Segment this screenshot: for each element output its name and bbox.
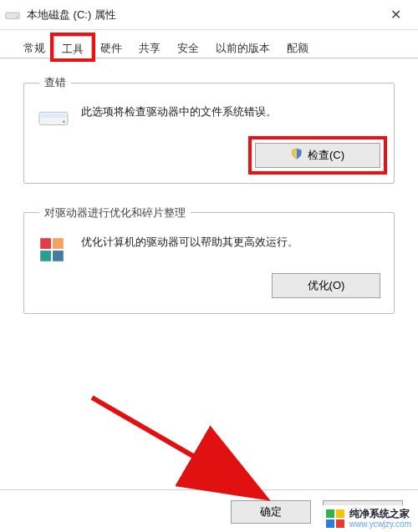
check-button-label: 检查(C) <box>308 148 344 163</box>
optimize-button-label: 优化(O) <box>308 278 345 293</box>
watermark: 纯净系统之家 www.ycwjzy.com <box>321 505 418 532</box>
svg-rect-4 <box>41 114 66 118</box>
svg-point-2 <box>17 16 18 18</box>
defrag-icon <box>38 236 69 261</box>
close-button[interactable]: ✕ <box>384 5 408 24</box>
tab-sharing[interactable]: 共享 <box>130 35 169 58</box>
optimize-legend: 对驱动器进行优化和碎片整理 <box>39 205 191 220</box>
optimize-text: 优化计算机的驱动器可以帮助其更高效运行。 <box>81 234 380 251</box>
svg-rect-7 <box>53 238 64 249</box>
optimize-button[interactable]: 优化(O) <box>272 273 380 298</box>
drive-icon <box>38 105 69 130</box>
title-bar: 本地磁盘 (C:) 属性 ✕ <box>0 0 418 30</box>
ok-button[interactable]: 确定 <box>231 500 311 524</box>
optimize-group: 对驱动器进行优化和碎片整理 优化计算机的驱动器可以帮助其更高效运行。 优化(O) <box>23 205 395 314</box>
tab-hardware[interactable]: 硬件 <box>92 35 130 58</box>
svg-rect-6 <box>40 238 51 249</box>
tab-security[interactable]: 安全 <box>169 35 207 58</box>
tab-content: 查错 此选项将检查驱动器中的文件系统错误。 <box>0 58 418 314</box>
error-checking-group: 查错 此选项将检查驱动器中的文件系统错误。 <box>23 75 395 184</box>
watermark-logo-icon <box>326 509 344 528</box>
tab-quota[interactable]: 配额 <box>278 35 317 58</box>
svg-rect-0 <box>6 13 20 19</box>
check-button[interactable]: 检查(C) <box>255 143 380 168</box>
tab-previous-versions[interactable]: 以前的版本 <box>207 35 278 58</box>
window-title: 本地磁盘 (C:) 属性 <box>27 8 116 23</box>
svg-rect-9 <box>53 251 64 261</box>
watermark-url: www.ycwjzy.com <box>349 519 411 529</box>
shield-icon <box>291 148 303 162</box>
tab-general[interactable]: 常规 <box>15 35 54 58</box>
error-checking-text: 此选项将检查驱动器中的文件系统错误。 <box>81 104 380 121</box>
drive-icon <box>5 9 20 21</box>
tab-tools[interactable]: 工具 <box>54 36 92 58</box>
tab-strip: 常规 工具 硬件 共享 安全 以前的版本 配额 <box>0 30 418 58</box>
svg-point-5 <box>63 120 65 123</box>
error-checking-legend: 查错 <box>39 75 71 90</box>
svg-rect-8 <box>40 251 51 261</box>
watermark-title: 纯净系统之家 <box>349 509 411 519</box>
svg-line-11 <box>92 398 253 491</box>
svg-rect-1 <box>7 13 18 15</box>
